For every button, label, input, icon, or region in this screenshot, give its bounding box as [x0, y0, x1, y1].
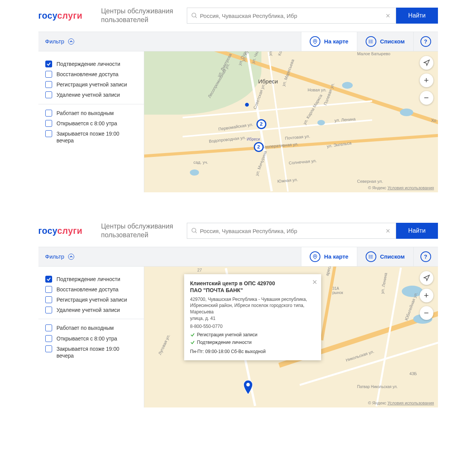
map-dot[interactable]: [245, 103, 249, 107]
close-icon[interactable]: ×: [312, 277, 317, 287]
checkbox-label: Подтверждение личности: [57, 276, 121, 283]
search-icon: [191, 12, 198, 19]
map-cluster[interactable]: 2: [256, 119, 266, 129]
map-attribution: © Яндекс Условия использования: [368, 185, 434, 190]
svg-point-12: [314, 256, 316, 257]
zoom-out-button[interactable]: −: [420, 91, 433, 105]
tab-list[interactable]: Списком: [357, 247, 413, 266]
checkbox-label: Регистрация учетной записи: [57, 81, 127, 88]
checkbox-label: Закрывается позже 19:00 вечера: [57, 130, 137, 144]
popup-title: Клиентский центр в ОПС 429700: [190, 280, 307, 286]
checkbox[interactable]: [45, 91, 52, 98]
checkbox[interactable]: [45, 110, 52, 117]
search-box: ×: [187, 8, 396, 24]
checkbox[interactable]: [45, 345, 52, 352]
svg-point-10: [192, 228, 196, 232]
filter-toggle[interactable]: Фильтр: [38, 32, 81, 51]
filter-checkbox[interactable]: Открывается с 8:00 утра: [45, 120, 137, 127]
checkbox[interactable]: [45, 61, 52, 67]
checkbox-label: Работает по выходным: [57, 324, 114, 331]
filter-checkbox[interactable]: Регистрация учетной записи: [45, 81, 137, 88]
filter-checkbox[interactable]: Закрывается позже 19:00 вечера: [45, 130, 137, 144]
map-pin-icon: [310, 251, 320, 262]
checkbox-label: Регистрация учетной записи: [57, 296, 127, 303]
checkbox-label: Открывается с 8:00 утра: [57, 335, 117, 342]
help-button[interactable]: ?: [413, 247, 438, 266]
checkbox[interactable]: [45, 324, 52, 331]
map-canvas[interactable]: Ибреси Малое Батырево сад. уч. Хо ул. Ку…: [144, 51, 438, 192]
filter-checkbox[interactable]: Восстановление доступа: [45, 71, 137, 78]
checkbox[interactable]: [45, 276, 52, 283]
tab-map[interactable]: На карте: [301, 32, 357, 51]
map-pin[interactable]: [243, 380, 253, 396]
checkbox[interactable]: [45, 120, 52, 127]
svg-point-17: [369, 256, 369, 257]
checkbox-label: Восстановление доступа: [57, 71, 119, 78]
checkbox[interactable]: [45, 130, 52, 137]
svg-point-7: [369, 41, 369, 42]
svg-point-18: [369, 257, 369, 258]
filter-checkbox[interactable]: Открывается с 8:00 утра: [45, 335, 137, 342]
check-icon: [190, 332, 195, 337]
logo[interactable]: госуслуги: [38, 226, 101, 236]
zoom-in-button[interactable]: +: [420, 74, 433, 87]
tab-list[interactable]: Списком: [357, 32, 413, 51]
svg-marker-20: [424, 275, 429, 280]
filter-toggle[interactable]: Фильтр: [38, 247, 81, 266]
checkbox-label: Восстановление доступа: [57, 286, 119, 293]
svg-point-6: [369, 40, 369, 40]
filter-checkbox[interactable]: Работает по выходным: [45, 110, 137, 117]
checkbox-label: Открывается с 8:00 утра: [57, 120, 117, 127]
zoom-in-button[interactable]: +: [420, 289, 433, 302]
svg-line-11: [195, 232, 197, 233]
search-icon: [191, 227, 198, 234]
checkbox[interactable]: [45, 307, 52, 313]
filter-checkbox[interactable]: Работает по выходным: [45, 324, 137, 331]
locate-button[interactable]: [420, 271, 433, 285]
filter-checkbox[interactable]: Восстановление доступа: [45, 286, 137, 293]
checkbox-label: Подтверждение личности: [57, 61, 121, 67]
clear-icon[interactable]: ×: [384, 11, 392, 20]
checkbox-label: Удаление учетной записи: [57, 307, 120, 313]
checkbox[interactable]: [45, 71, 52, 78]
filter-checkbox[interactable]: Удаление учетной записи: [45, 307, 137, 313]
locate-button[interactable]: [420, 56, 433, 70]
svg-point-2: [314, 40, 316, 42]
filter-checkbox[interactable]: Подтверждение личности: [45, 276, 137, 283]
search-button[interactable]: Найти: [396, 223, 438, 239]
list-icon: [366, 36, 376, 47]
logo[interactable]: госуслуги: [38, 11, 101, 21]
filter-checkbox[interactable]: Регистрация учетной записи: [45, 296, 137, 303]
popup-org: ПАО "ПОЧТА БАНК": [190, 287, 307, 293]
location-popup: × Клиентский центр в ОПС 429700 ПАО "ПОЧ…: [184, 274, 321, 360]
checkbox[interactable]: [45, 296, 52, 303]
map-pin-icon: [310, 36, 320, 47]
search-input[interactable]: [198, 228, 384, 234]
svg-point-8: [369, 43, 369, 43]
svg-line-1: [195, 17, 197, 18]
filter-checkbox[interactable]: Удаление учетной записи: [45, 91, 137, 98]
search-input[interactable]: [198, 13, 384, 19]
svg-point-19: [246, 383, 250, 386]
search-button[interactable]: Найти: [396, 8, 438, 24]
help-button[interactable]: ?: [413, 32, 438, 51]
checkbox[interactable]: [45, 81, 52, 88]
svg-point-16: [369, 255, 369, 255]
checkbox[interactable]: [45, 286, 52, 293]
tab-map[interactable]: На карте: [301, 247, 357, 266]
zoom-out-button[interactable]: −: [420, 306, 433, 320]
filter-checkbox[interactable]: Закрывается позже 19:00 вечера: [45, 345, 137, 359]
search-box: ×: [187, 223, 396, 239]
filter-sidebar: Подтверждение личностиВосстановление дос…: [38, 267, 144, 407]
checkbox[interactable]: [45, 335, 52, 342]
popup-phone: 8-800-550-0770: [190, 323, 307, 330]
filter-checkbox[interactable]: Подтверждение личности: [45, 61, 137, 67]
svg-marker-9: [424, 60, 429, 65]
map-canvas[interactable]: Луговая ул. 27 аресьева ул. Ленина Юбиле…: [144, 267, 438, 407]
clear-icon[interactable]: ×: [384, 227, 392, 235]
checkbox-label: Закрывается позже 19:00 вечера: [57, 345, 137, 359]
chevron-up-icon: [68, 254, 74, 260]
checkbox-label: Работает по выходным: [57, 110, 114, 117]
chevron-up-icon: [68, 38, 74, 45]
map-cluster[interactable]: 2: [254, 142, 264, 152]
